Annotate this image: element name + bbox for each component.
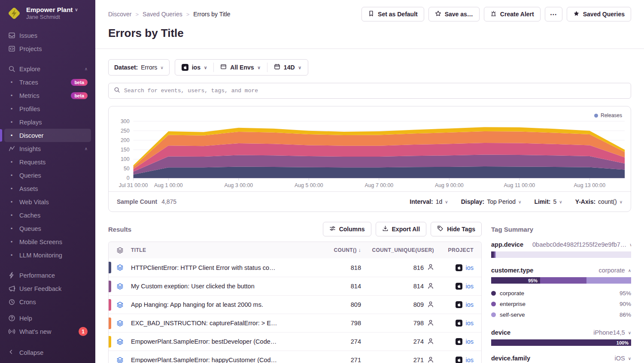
header-actions: Set as Default Save as… Create Alert ⋯ S…	[361, 7, 631, 21]
count-value: 814	[284, 283, 361, 290]
sidebar-item-metrics[interactable]: •Metricsbeta	[4, 89, 91, 102]
column-header-title[interactable]: TITLE	[131, 247, 284, 253]
project-link[interactable]: ios	[465, 338, 474, 345]
breadcrumb-separator: >	[135, 11, 139, 18]
saved-queries-button[interactable]: Saved Queries	[567, 7, 631, 21]
breadcrumb-discover[interactable]: Discover	[108, 11, 131, 18]
user-icon[interactable]	[427, 301, 434, 309]
error-title[interactable]: EmpowerPlant.SampleError: bestDeveloper …	[131, 338, 284, 345]
error-title[interactable]: My Custom exeption: User clicked the but…	[131, 283, 284, 290]
tag-distribution-bar[interactable]	[491, 251, 631, 258]
tag-distribution-bar[interactable]: 100%	[491, 339, 631, 346]
org-switcher[interactable]: Empower Plant∨ Jane Schmidt	[0, 0, 95, 25]
chevron-down-icon: ∨	[160, 65, 163, 70]
sidebar-item-traces[interactable]: •Tracesbeta	[4, 76, 91, 89]
columns-button[interactable]: Columns	[323, 222, 371, 236]
hide-tags-button[interactable]: Hide Tags	[431, 222, 482, 236]
error-title[interactable]: HTTPClientError: HTTP Client Error with …	[131, 264, 284, 271]
main-area: Discover > Saved Queries > Errors by Tit…	[95, 0, 644, 363]
tag-top-value[interactable]: iPhone14,5 ∨	[593, 329, 631, 336]
chart-control-limit[interactable]: Limit:5∨	[534, 198, 562, 205]
series-color-bar	[109, 281, 111, 292]
column-header-count-unique[interactable]: COUNT_UNIQUE(USER)	[361, 247, 434, 253]
sidebar-item-profiles[interactable]: •Profiles	[4, 102, 91, 115]
error-title[interactable]: EXC_BAD_INSTRUCTION: captureFatalError: …	[131, 320, 284, 327]
sidebar-item-insights[interactable]: Insights∧	[4, 142, 91, 155]
project-filter[interactable]: ios ∨	[175, 60, 214, 75]
sidebar-item-explore[interactable]: Explore∧	[4, 62, 91, 76]
chart-footer: Sample Count 4,875 Interval:1d∨Display:T…	[109, 191, 631, 212]
bullet-icon: •	[8, 119, 15, 125]
error-title[interactable]: App Hanging: App hanging for at least 20…	[131, 301, 284, 308]
tag-value-row[interactable]: corporate 95%	[491, 288, 631, 299]
sidebar-item-queries[interactable]: •Queries	[4, 169, 91, 182]
tag-distribution-bar[interactable]: 95%	[491, 277, 631, 284]
stack-icon[interactable]	[109, 338, 131, 345]
sidebar-item-performance[interactable]: Performance	[4, 269, 91, 282]
calendar-icon	[274, 64, 280, 71]
user-icon[interactable]	[427, 319, 434, 327]
user-icon[interactable]	[427, 356, 434, 363]
project-cell: ios	[434, 283, 481, 290]
tag-top-value[interactable]: 0baebc0de4982f1255f2e9e9fb7… ∨	[532, 241, 631, 248]
export-all-button[interactable]: Export All	[376, 222, 427, 236]
tag-bar-segment: 100%	[491, 339, 631, 346]
sidebar-item-requests[interactable]: •Requests	[4, 155, 91, 169]
results-table-header: TITLECOUNT() ↓COUNT_UNIQUE(USER)PROJECT	[109, 242, 481, 258]
sidebar-item-llm-monitoring[interactable]: •LLM Monitoring	[4, 248, 91, 262]
error-title[interactable]: EmpowerPlant.SampleError: happyCustomer …	[131, 357, 284, 363]
svg-text:Jul 31 00:00: Jul 31 00:00	[119, 182, 148, 188]
tag-top-value[interactable]: iOS ∨	[615, 355, 632, 362]
user-icon[interactable]	[427, 338, 434, 346]
sidebar-collapse-button[interactable]: Collapse	[0, 343, 95, 363]
user-icon[interactable]	[427, 263, 434, 272]
sidebar-item-assets[interactable]: •Assets	[4, 182, 91, 195]
user-icon[interactable]	[427, 282, 434, 290]
column-header-project[interactable]: PROJECT	[434, 247, 481, 253]
stacked-area-chart[interactable]: Releases 050100150200250300Jul 31 00:00A…	[109, 106, 631, 191]
tag-value-row[interactable]: enterprise 90%	[491, 299, 631, 309]
project-link[interactable]: ios	[465, 357, 474, 363]
tag-value-row[interactable]: self-serve 86%	[491, 309, 631, 320]
stack-icon[interactable]	[109, 264, 131, 271]
stack-icon[interactable]	[109, 357, 131, 363]
stack-icon[interactable]	[109, 283, 131, 290]
project-link[interactable]: ios	[465, 264, 474, 271]
save-as-button[interactable]: Save as…	[428, 7, 480, 21]
stack-icon[interactable]	[109, 320, 131, 327]
sidebar-item-replays[interactable]: •Replays	[4, 115, 91, 129]
sidebar-item-help[interactable]: Help	[4, 312, 91, 325]
sidebar-item-what-s-new[interactable]: What's new1	[4, 325, 91, 338]
sidebar-item-queues[interactable]: •Queues	[4, 222, 91, 235]
more-options-button[interactable]: ⋯	[545, 7, 562, 21]
sidebar-item-web-vitals[interactable]: •Web Vitals	[4, 195, 91, 209]
sidebar-item-caches[interactable]: •Caches	[4, 209, 91, 222]
create-alert-button[interactable]: Create Alert	[484, 7, 541, 21]
date-range-filter[interactable]: 14D ∨	[267, 60, 308, 75]
sidebar-item-issues[interactable]: Issues	[4, 29, 91, 42]
table-row: HTTPClientError: HTTP Client Error with …	[109, 258, 481, 277]
breadcrumb-saved-queries[interactable]: Saved Queries	[143, 11, 182, 18]
dataset-selector[interactable]: Dataset: Errors ∨	[108, 59, 170, 76]
chart-control-display[interactable]: Display:Top Period∨	[461, 198, 522, 205]
environment-filter[interactable]: All Envs ∨	[214, 60, 267, 75]
set-as-default-button[interactable]: Set as Default	[361, 7, 424, 21]
sidebar-item-crons[interactable]: Crons	[4, 295, 91, 309]
search-input[interactable]	[124, 88, 626, 94]
sidebar-item-mobile-screens[interactable]: •Mobile Screens	[4, 235, 91, 248]
chart-control-y-axis[interactable]: Y-Axis:count()∨	[575, 198, 623, 205]
tag-section-customer-type: customer.type corporate ∧ 95% corporate …	[491, 267, 631, 320]
sidebar-item-user-feedback[interactable]: User Feedback	[4, 282, 91, 295]
column-header-count[interactable]: COUNT() ↓	[284, 247, 361, 253]
chevron-down-icon: ∨	[620, 200, 623, 204]
tag-top-value[interactable]: corporate ∧	[598, 267, 631, 274]
project-link[interactable]: ios	[465, 283, 474, 290]
sidebar-item-discover[interactable]: •Discover	[4, 129, 91, 142]
stack-icon[interactable]	[109, 301, 131, 309]
chart-legend[interactable]: Releases	[594, 112, 622, 118]
active-indicator	[0, 129, 2, 142]
project-link[interactable]: ios	[465, 301, 474, 308]
chart-control-interval[interactable]: Interval:1d∨	[410, 198, 448, 205]
sidebar-item-projects[interactable]: Projects	[4, 42, 91, 55]
project-link[interactable]: ios	[465, 320, 474, 327]
